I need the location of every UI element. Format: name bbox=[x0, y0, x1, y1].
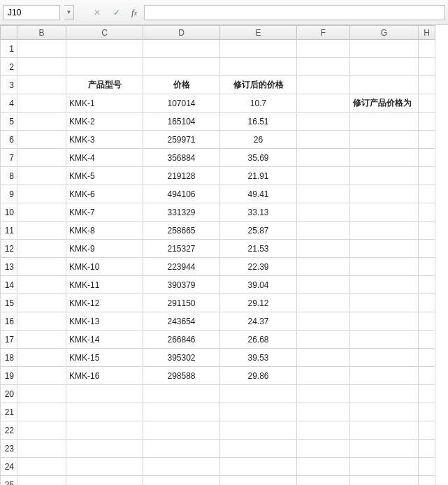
cell-E18[interactable]: 39.53 bbox=[220, 349, 297, 367]
cell-B12[interactable] bbox=[17, 240, 66, 258]
cell-C7[interactable]: KMK-4 bbox=[66, 149, 143, 167]
row-header-12[interactable]: 12 bbox=[1, 240, 17, 258]
cell-G8[interactable] bbox=[350, 167, 419, 185]
enter-button[interactable]: ✓ bbox=[109, 5, 124, 20]
cell-B13[interactable] bbox=[17, 258, 66, 276]
cell-H13[interactable] bbox=[419, 258, 435, 276]
cell-F22[interactable] bbox=[297, 421, 350, 440]
cell-G17[interactable] bbox=[350, 331, 419, 349]
cell-G14[interactable] bbox=[350, 276, 419, 294]
cell-E19[interactable]: 29.86 bbox=[220, 367, 297, 385]
cell-G25[interactable] bbox=[350, 476, 419, 486]
cell-B10[interactable] bbox=[17, 203, 66, 222]
cell-F1[interactable] bbox=[297, 40, 350, 58]
cell-F11[interactable] bbox=[297, 222, 350, 240]
cell-B9[interactable] bbox=[17, 185, 66, 203]
cell-B18[interactable] bbox=[17, 349, 66, 367]
cell-G19[interactable] bbox=[350, 367, 419, 385]
cell-E14[interactable]: 39.04 bbox=[220, 276, 297, 294]
row-header-4[interactable]: 4 bbox=[1, 94, 17, 113]
cell-E7[interactable]: 35.69 bbox=[220, 149, 297, 167]
cell-H23[interactable] bbox=[419, 440, 435, 458]
cell-B15[interactable] bbox=[17, 294, 66, 312]
cell-G24[interactable] bbox=[350, 458, 419, 476]
cell-D2[interactable] bbox=[143, 58, 220, 76]
cell-E2[interactable] bbox=[220, 58, 297, 76]
row-header-7[interactable]: 7 bbox=[1, 149, 17, 167]
row-header-22[interactable]: 22 bbox=[1, 421, 17, 440]
cell-B17[interactable] bbox=[17, 331, 66, 349]
row-header-23[interactable]: 23 bbox=[1, 440, 17, 458]
cell-D19[interactable]: 298588 bbox=[143, 367, 220, 385]
cell-F7[interactable] bbox=[297, 149, 350, 167]
fx-icon[interactable]: fx bbox=[129, 7, 140, 18]
cell-F9[interactable] bbox=[297, 185, 350, 203]
cell-H12[interactable] bbox=[419, 240, 435, 258]
row-header-18[interactable]: 18 bbox=[1, 349, 17, 367]
cell-E21[interactable] bbox=[220, 403, 297, 421]
cell-H24[interactable] bbox=[419, 458, 435, 476]
cell-H6[interactable] bbox=[419, 131, 435, 149]
cell-H19[interactable] bbox=[419, 367, 435, 385]
name-box[interactable]: J10 bbox=[3, 5, 60, 20]
cell-B11[interactable] bbox=[17, 222, 66, 240]
cell-F5[interactable] bbox=[297, 113, 350, 131]
cell-F24[interactable] bbox=[297, 458, 350, 476]
cell-F17[interactable] bbox=[297, 331, 350, 349]
formula-input[interactable] bbox=[144, 5, 445, 20]
cell-H14[interactable] bbox=[419, 276, 435, 294]
cell-F16[interactable] bbox=[297, 312, 350, 331]
cell-G4[interactable]: 修订产品价格为 bbox=[350, 94, 419, 113]
cell-H20[interactable] bbox=[419, 385, 435, 403]
cell-D15[interactable]: 291150 bbox=[143, 294, 220, 312]
cell-F25[interactable] bbox=[297, 476, 350, 486]
cell-B1[interactable] bbox=[17, 40, 66, 58]
cell-G15[interactable] bbox=[350, 294, 419, 312]
cell-F2[interactable] bbox=[297, 58, 350, 76]
cell-C17[interactable]: KMK-14 bbox=[66, 331, 143, 349]
cell-H5[interactable] bbox=[419, 113, 435, 131]
cell-D23[interactable] bbox=[143, 440, 220, 458]
cell-D16[interactable]: 243654 bbox=[143, 312, 220, 331]
cell-G16[interactable] bbox=[350, 312, 419, 331]
column-header-B[interactable]: B bbox=[17, 26, 66, 40]
cell-B5[interactable] bbox=[17, 113, 66, 131]
cell-E22[interactable] bbox=[220, 421, 297, 440]
cell-H3[interactable] bbox=[419, 76, 435, 94]
cell-G12[interactable] bbox=[350, 240, 419, 258]
cell-H7[interactable] bbox=[419, 149, 435, 167]
cell-G7[interactable] bbox=[350, 149, 419, 167]
cell-C20[interactable] bbox=[66, 385, 143, 403]
cell-B6[interactable] bbox=[17, 131, 66, 149]
cancel-button[interactable]: ✕ bbox=[89, 5, 105, 20]
cell-H17[interactable] bbox=[419, 331, 435, 349]
cell-D5[interactable]: 165104 bbox=[143, 113, 220, 131]
cell-B7[interactable] bbox=[17, 149, 66, 167]
cell-B4[interactable] bbox=[17, 94, 66, 113]
cell-G11[interactable] bbox=[350, 222, 419, 240]
cell-C8[interactable]: KMK-5 bbox=[66, 167, 143, 185]
row-header-16[interactable]: 16 bbox=[1, 312, 17, 331]
row-header-14[interactable]: 14 bbox=[1, 276, 17, 294]
cell-E10[interactable]: 33.13 bbox=[220, 203, 297, 222]
cell-H21[interactable] bbox=[419, 403, 435, 421]
row-header-6[interactable]: 6 bbox=[1, 131, 17, 149]
cell-G1[interactable] bbox=[350, 40, 419, 58]
cell-C19[interactable]: KMK-16 bbox=[66, 367, 143, 385]
cell-B3[interactable] bbox=[17, 76, 66, 94]
cell-E13[interactable]: 22.39 bbox=[220, 258, 297, 276]
cell-B25[interactable] bbox=[17, 476, 66, 486]
cell-B23[interactable] bbox=[17, 440, 66, 458]
cell-D10[interactable]: 331329 bbox=[143, 203, 220, 222]
cell-D11[interactable]: 258665 bbox=[143, 222, 220, 240]
row-header-24[interactable]: 24 bbox=[1, 458, 17, 476]
cell-C11[interactable]: KMK-8 bbox=[66, 222, 143, 240]
cell-D25[interactable] bbox=[143, 476, 220, 486]
cell-E20[interactable] bbox=[220, 385, 297, 403]
cell-C12[interactable]: KMK-9 bbox=[66, 240, 143, 258]
row-header-17[interactable]: 17 bbox=[1, 331, 17, 349]
cell-C6[interactable]: KMK-3 bbox=[66, 131, 143, 149]
cell-G9[interactable] bbox=[350, 185, 419, 203]
cell-H15[interactable] bbox=[419, 294, 435, 312]
cell-H22[interactable] bbox=[419, 421, 435, 440]
